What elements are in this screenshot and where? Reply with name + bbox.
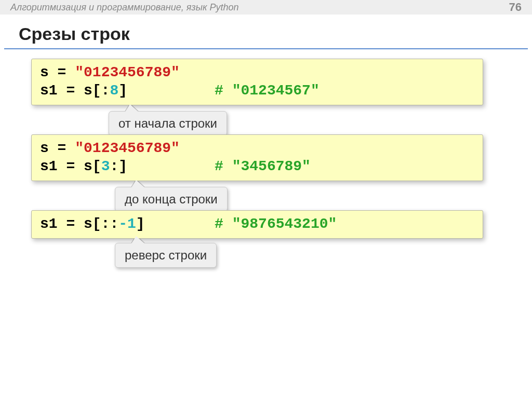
code-line: s1 = s[3:] # "3456789" <box>40 157 474 175</box>
code-text: s1 = s[:: <box>40 216 118 232</box>
callout-from-start: от начала строки <box>109 111 227 136</box>
code-line: s = "0123456789" <box>40 139 474 157</box>
header-bar: Алгоритмизация и программирование, язык … <box>0 0 532 15</box>
code-block-1: s = "0123456789" s1 = s[:8] # "01234567"… <box>31 59 483 105</box>
code-line: s1 = s[::-1] # "9876543210" <box>40 215 474 233</box>
callout-to-end: до конца строки <box>115 187 228 212</box>
code-block-3: s1 = s[::-1] # "9876543210" реверс строк… <box>31 210 483 239</box>
code-text: s = <box>40 64 75 80</box>
slice-number: 3 <box>101 158 110 174</box>
comment-text: "3456789" <box>232 158 311 174</box>
code-text: ] <box>136 216 145 232</box>
code-block-2: s = "0123456789" s1 = s[3:] # "3456789" … <box>31 134 483 181</box>
comment-text: "9876543210" <box>232 216 337 232</box>
page-number: 76 <box>509 1 522 14</box>
code-text: s1 = s[ <box>40 158 101 174</box>
code-line: s = "0123456789" <box>40 63 474 81</box>
comment-hash: # <box>215 158 232 174</box>
breadcrumb: Алгоритмизация и программирование, язык … <box>10 2 238 13</box>
code-text: s1 = s[: <box>40 83 110 99</box>
callout-reverse: реверс строки <box>115 243 217 268</box>
comment-hash: # <box>215 83 232 99</box>
comment-hash: # <box>215 216 232 232</box>
code-line: s1 = s[:8] # "01234567" <box>40 81 474 100</box>
title-underline <box>4 48 528 49</box>
code-text: s = <box>40 140 75 156</box>
section-title: Срезы строк <box>0 15 532 48</box>
slice-number: -1 <box>118 216 136 232</box>
string-literal: "0123456789" <box>75 140 180 156</box>
code-text: :] <box>110 158 127 174</box>
comment-text: "01234567" <box>232 83 320 99</box>
string-literal: "0123456789" <box>75 64 180 80</box>
slice-number: 8 <box>110 83 118 99</box>
code-text: ] <box>118 83 127 99</box>
